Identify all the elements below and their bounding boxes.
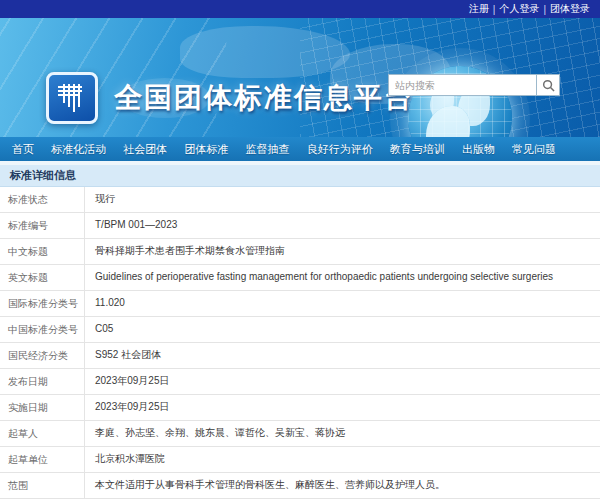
nav-item[interactable]: 社会团体 — [123, 142, 167, 157]
section-header: 标准详细信息 — [0, 165, 600, 187]
field-label: 范围 — [0, 473, 85, 498]
nav-item[interactable]: 首页 — [12, 142, 34, 157]
field-value: T/BPM 001—2023 — [85, 213, 600, 238]
search-icon — [542, 79, 555, 92]
table-row: 起草人 李庭、孙志坚、余翔、姚东晨、谭哲伦、吴新宝、蒋协远 — [0, 421, 600, 447]
table-row: 标准状态 现行 — [0, 187, 600, 213]
site-header: 全国团体标准信息平台 — [0, 18, 600, 137]
field-value: 11.020 — [85, 291, 600, 316]
field-label: 发布日期 — [0, 369, 85, 394]
field-label: 起草单位 — [0, 447, 85, 472]
group-login-link[interactable]: 团体登录 — [550, 2, 590, 16]
field-label: 实施日期 — [0, 395, 85, 420]
nav-item[interactable]: 团体标准 — [184, 142, 228, 157]
table-row: 标准编号 T/BPM 001—2023 — [0, 213, 600, 239]
field-value: 现行 — [85, 187, 600, 212]
register-link[interactable]: 注册 — [469, 2, 489, 16]
brand: 全国团体标准信息平台 — [46, 72, 414, 124]
main-nav: 首页 标准化活动 社会团体 团体标准 监督抽查 良好行为评价 教育与培训 出版物… — [0, 137, 600, 161]
world-map-graphic — [180, 26, 350, 78]
search-bar — [388, 74, 560, 96]
field-value: 2023年09月25日 — [85, 395, 600, 420]
table-row: 中文标题 骨科择期手术患者围手术期禁食水管理指南 — [0, 239, 600, 265]
field-value: C05 — [85, 317, 600, 342]
table-row: 国民经济分类 S952 社会团体 — [0, 343, 600, 369]
nav-item[interactable]: 出版物 — [462, 142, 495, 157]
table-row: 范围 本文件适用于从事骨科手术管理的骨科医生、麻醉医生、营养师以及护理人员。 — [0, 473, 600, 499]
nav-item[interactable]: 教育与培训 — [390, 142, 445, 157]
nav-item[interactable]: 良好行为评价 — [307, 142, 373, 157]
standard-details-table: 标准状态 现行 标准编号 T/BPM 001—2023 中文标题 骨科择期手术患… — [0, 187, 600, 499]
field-label: 标准编号 — [0, 213, 85, 238]
field-value: 骨科择期手术患者围手术期禁食水管理指南 — [85, 239, 600, 264]
nav-item[interactable]: 常见问题 — [512, 142, 556, 157]
personal-login-link[interactable]: 个人登录 — [499, 2, 539, 16]
page-title: 标准详细信息 — [10, 168, 76, 183]
field-label: 英文标题 — [0, 265, 85, 290]
field-label: 国际标准分类号 — [0, 291, 85, 316]
field-value: 李庭、孙志坚、余翔、姚东晨、谭哲伦、吴新宝、蒋协远 — [85, 421, 600, 446]
field-value: Guidelines of perioperative fasting mana… — [85, 265, 600, 290]
group-standard-T-icon — [54, 80, 90, 116]
field-value: 本文件适用于从事骨科手术管理的骨科医生、麻醉医生、营养师以及护理人员。 — [85, 473, 600, 498]
search-button[interactable] — [536, 74, 560, 96]
field-value: 2023年09月25日 — [85, 369, 600, 394]
nav-item[interactable]: 监督抽查 — [246, 142, 290, 157]
field-label: 中文标题 — [0, 239, 85, 264]
search-input[interactable] — [388, 74, 536, 96]
table-row: 国际标准分类号 11.020 — [0, 291, 600, 317]
field-label: 中国标准分类号 — [0, 317, 85, 342]
field-label: 标准状态 — [0, 187, 85, 212]
table-row: 中国标准分类号 C05 — [0, 317, 600, 343]
table-row: 实施日期 2023年09月25日 — [0, 395, 600, 421]
site-title: 全国团体标准信息平台 — [114, 79, 414, 117]
topbar-separator: | — [543, 4, 546, 15]
table-row: 发布日期 2023年09月25日 — [0, 369, 600, 395]
topbar: 注册 | 个人登录 | 团体登录 — [0, 0, 600, 18]
field-label: 起草人 — [0, 421, 85, 446]
field-value: 北京积水潭医院 — [85, 447, 600, 472]
field-value: S952 社会团体 — [85, 343, 600, 368]
topbar-separator: | — [493, 4, 496, 15]
site-logo-icon — [46, 72, 98, 124]
nav-item[interactable]: 标准化活动 — [51, 142, 106, 157]
table-row: 起草单位 北京积水潭医院 — [0, 447, 600, 473]
field-label: 国民经济分类 — [0, 343, 85, 368]
table-row: 英文标题 Guidelines of perioperative fasting… — [0, 265, 600, 291]
